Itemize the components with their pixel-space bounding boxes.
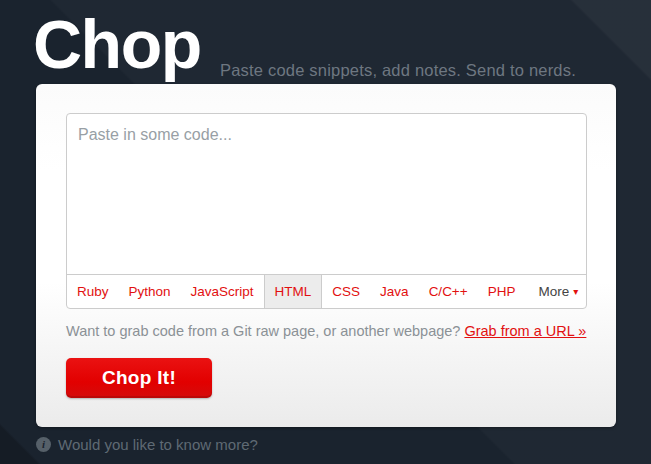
tab-javascript[interactable]: JavaScript: [181, 275, 264, 308]
code-input[interactable]: [67, 114, 586, 274]
chevron-down-icon: ▾: [573, 287, 578, 297]
more-label: More: [538, 284, 569, 299]
grab-url-prompt: Want to grab code from a Git raw page, o…: [66, 323, 460, 339]
info-icon[interactable]: i: [36, 437, 51, 452]
page-background: Chop Paste code snippets, add notes. Sen…: [0, 0, 651, 464]
grab-from-url-link[interactable]: Grab from a URL »: [464, 323, 586, 339]
tab-c-cpp[interactable]: C/C++: [419, 275, 478, 308]
app-logo: Chop: [33, 10, 201, 78]
paste-card: Ruby Python JavaScript HTML CSS Java C/C…: [36, 84, 616, 427]
footer-row: i Would you like to know more?: [36, 436, 258, 453]
app-tagline: Paste code snippets, add notes. Send to …: [220, 61, 576, 80]
tab-python[interactable]: Python: [119, 275, 181, 308]
code-editor-box: Ruby Python JavaScript HTML CSS Java C/C…: [66, 113, 587, 309]
language-tab-bar: Ruby Python JavaScript HTML CSS Java C/C…: [67, 274, 586, 308]
tab-java[interactable]: Java: [370, 275, 419, 308]
tab-css[interactable]: CSS: [322, 275, 370, 308]
tab-html[interactable]: HTML: [264, 275, 323, 308]
more-languages-dropdown[interactable]: More ▾: [528, 275, 586, 308]
know-more-link[interactable]: Would you like to know more?: [58, 436, 258, 453]
tab-php[interactable]: PHP: [478, 275, 526, 308]
grab-url-row: Want to grab code from a Git raw page, o…: [66, 323, 586, 339]
chop-it-button[interactable]: Chop It!: [66, 358, 212, 398]
tab-ruby[interactable]: Ruby: [67, 275, 119, 308]
